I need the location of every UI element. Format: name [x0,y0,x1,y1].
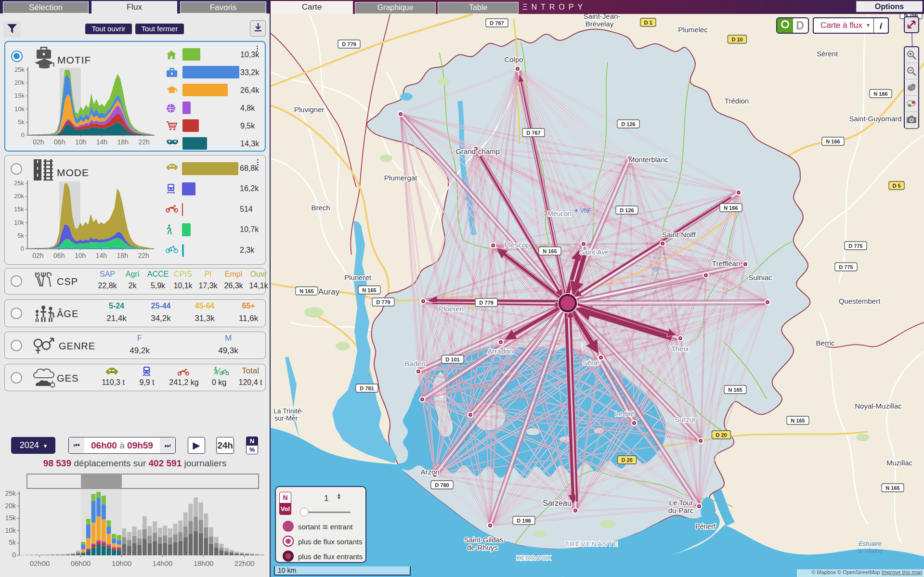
svg-text:D 779: D 779 [479,300,493,306]
svg-text:10k: 10k [14,219,24,226]
svg-text:Meucon: Meucon [547,210,572,218]
svg-text:D 126: D 126 [621,121,635,127]
svg-text:D 767: D 767 [490,20,504,26]
svg-text:Brévelay: Brévelay [586,20,614,28]
svg-text:Pénerf: Pénerf [695,523,715,530]
svg-text:Séné: Séné [582,359,599,367]
svg-text:TRÉVENASTE: TRÉVENASTE [565,540,619,548]
svg-text:Baden: Baden [404,359,425,368]
svg-text:D 780: D 780 [435,482,449,488]
svg-text:10k: 10k [5,526,16,534]
svg-text:Morbihan: Morbihan [511,396,539,402]
svg-text:Plumelec: Plumelec [678,26,708,34]
svg-text:Trédion: Trédion [725,97,749,105]
svg-text:N 166: N 166 [873,91,887,97]
svg-text:du-Parc: du-Parc [668,506,694,514]
svg-text:Sérent: Sérent [817,50,838,58]
svg-text:Plumergat: Plumergat [384,174,417,182]
svg-text:sur-Mer: sur-Mer [274,414,298,422]
svg-text:14h00: 14h00 [153,559,173,567]
svg-text:N 166: N 166 [724,205,738,211]
svg-text:D 781: D 781 [360,385,374,391]
svg-text:14h: 14h [96,138,107,146]
svg-text:20k: 20k [5,502,16,510]
svg-text:N 165: N 165 [299,288,313,294]
svg-text:18h: 18h [117,252,128,259]
svg-text:D 767: D 767 [526,130,540,136]
svg-text:06h: 06h [53,252,65,259]
svg-text:Colpo: Colpo [504,55,523,64]
svg-text:Saint-Guyomard: Saint-Guyomard [849,115,901,123]
svg-text:10h00: 10h00 [112,559,132,567]
svg-text:D 20: D 20 [716,432,727,438]
svg-text:Plescop: Plescop [504,241,530,249]
svg-text:Noyal-Muzillac: Noyal-Muzillac [855,402,902,410]
svg-text:15k: 15k [14,92,25,99]
svg-text:5k: 5k [17,232,24,239]
svg-text:La Trinité-: La Trinité- [273,407,304,415]
svg-text:06h00: 06h00 [71,559,91,567]
svg-text:N 165: N 165 [791,418,805,423]
svg-text:14h: 14h [96,252,107,259]
svg-text:D 101: D 101 [445,357,459,362]
svg-text:D 775: D 775 [839,264,853,270]
svg-text:Sulniac: Sulniac [748,273,772,282]
svg-text:Grand-champ: Grand-champ [455,147,500,155]
svg-text:Arzon: Arzon [420,468,439,476]
svg-text:22h: 22h [138,252,149,259]
svg-text:Pluneret: Pluneret [344,273,372,282]
svg-text:KERROUX: KERROUX [516,555,551,562]
svg-text:10h: 10h [75,252,86,259]
svg-text:D 20: D 20 [621,457,632,463]
svg-text:25k: 25k [5,489,16,497]
svg-text:Pluvigner: Pluvigner [294,105,325,114]
svg-text:Brech: Brech [311,204,330,212]
svg-text:N 165: N 165 [728,387,742,393]
svg-text:N 165: N 165 [543,248,557,254]
svg-text:22h: 22h [138,138,149,146]
svg-text:Sarzeau: Sarzeau [543,499,572,507]
svg-text:18h: 18h [117,138,129,146]
svg-text:D 126: D 126 [620,207,634,213]
svg-text:25k: 25k [14,180,24,187]
svg-text:18h00: 18h00 [194,559,214,567]
svg-text:Saint-Avé: Saint-Avé [580,248,609,256]
svg-text:25k: 25k [14,66,25,73]
svg-text:06h: 06h [54,138,65,146]
svg-text:Le Tour-: Le Tour- [669,499,696,507]
svg-text:Estuaire: Estuaire [859,540,882,547]
svg-text:0: 0 [21,131,25,139]
svg-text:D 198: D 198 [517,518,531,524]
svg-text:Arradon: Arradon [487,347,513,355]
svg-text:Surzur: Surzur [675,415,696,423]
svg-text:Theix: Theix [671,345,689,353]
svg-text:10k: 10k [14,105,25,113]
svg-text:Ploeren: Ploeren [439,305,464,313]
svg-text:D 5: D 5 [892,183,900,189]
svg-text:N 165: N 165 [885,485,899,491]
svg-text:D 10: D 10 [731,37,742,42]
svg-text:15k: 15k [5,514,16,522]
svg-text:10h: 10h [75,138,86,146]
svg-text:N 165: N 165 [362,287,376,293]
svg-text:Muzillac: Muzillac [886,459,913,467]
svg-text:N 166: N 166 [826,139,840,144]
svg-text:02h: 02h [32,252,43,259]
svg-text:Berric: Berric [816,339,835,347]
svg-text:Le Hé: Le Hé [615,410,634,418]
svg-text:Treffléan: Treffléan [712,259,740,268]
svg-text:D 1: D 1 [644,20,652,26]
svg-text:D 779: D 779 [342,41,356,47]
svg-text:0: 0 [21,245,24,252]
svg-text:de-Rhuys: de-Rhuys [467,543,498,551]
svg-text:Saint-Nolff: Saint-Nolff [662,231,696,239]
svg-text:✈ VNF: ✈ VNF [573,207,591,214]
svg-text:20k: 20k [14,79,25,86]
svg-text:15k: 15k [14,205,24,213]
svg-text:02h: 02h [33,138,44,146]
svg-text:5k: 5k [9,539,16,546]
svg-text:Monterblanc: Monterblanc [629,155,669,164]
svg-text:la Vilaine: la Vilaine [858,547,883,554]
svg-text:D 779: D 779 [376,299,390,305]
svg-text:0: 0 [12,551,16,559]
